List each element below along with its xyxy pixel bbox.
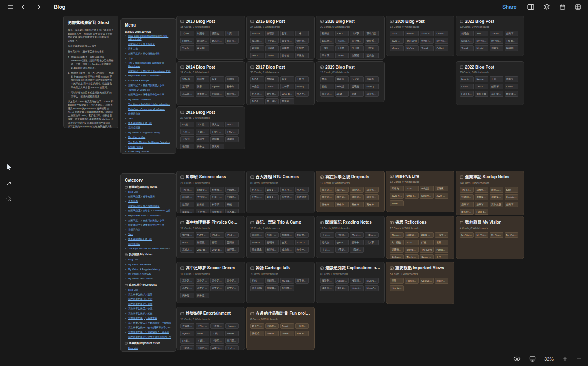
card-chip[interactable]: First week in NEHS (180, 38, 194, 44)
card-link[interactable]: Turning 24 years old! (125, 88, 172, 91)
card-chip[interactable]: 隨產品開發長大 (490, 187, 503, 193)
card-chip[interactable]: 住院醫師的一天 (350, 53, 364, 58)
card-chip[interactable]: 五月天諾亞方舟 (180, 84, 194, 89)
card-link[interactable]: 創業筆記(三): 在矽谷 Y Combinator 之前 (125, 209, 172, 212)
card-chip[interactable]: Agents of S.H.I.E.L.D. (180, 331, 194, 336)
card-chip[interactable]: 寫在休學之後(序) (335, 202, 349, 207)
menu-card[interactable]: Menu Startup 2020/12~nowHow to do resear… (120, 18, 176, 154)
whiteboard-card-dropouts[interactable]: 寫在休學之後 Dropouts12 Cards, 0 Whiteboards寫在… (316, 171, 385, 212)
card-chip[interactable]: 台東、綠島之旅 (265, 232, 279, 238)
card-chip[interactable]: The reason that I write (225, 38, 239, 44)
card-chip[interactable]: My Vision: A Forgotten History (475, 232, 489, 238)
card-chip[interactable]: 基礎科目 (210, 209, 224, 213)
card-chip[interactable]: My Vision: Heptabase (490, 38, 503, 44)
card-chip[interactable]: 單車環島-第二天 (320, 53, 334, 58)
card-chip[interactable]: 台大游泳課 (280, 194, 294, 200)
card-chip[interactable]: 2020 Mid-year Review (390, 31, 404, 36)
whiteboard-card-2017[interactable]: 2017 Blog Post20 Cards, 0 Whiteboards105… (246, 61, 315, 105)
card-chip[interactable]: 〝讀書品味〞 (335, 232, 349, 238)
card-chip[interactable]: 台大游泳課 (250, 91, 264, 97)
card-chip[interactable]: 《Deep Learning》筆記 (335, 53, 349, 58)
card-chip[interactable]: 2020 Mid-year Reflection (390, 38, 404, 44)
card-link[interactable]: 寫在休學之後(三): 品味重要 (125, 317, 172, 320)
card-chip[interactable]: 新家-實驗室 (196, 84, 209, 89)
card-link[interactable]: The 3-step knowledge workflow in Heptaba… (125, 61, 172, 68)
card-chip[interactable]: My Vision: The Context (460, 232, 474, 238)
whiteboard-card-2021[interactable]: 2021 Blog Post13 Cards, 0 Whiteboards精選品… (456, 16, 524, 56)
card-chip[interactable]: 高中母校的演講 (350, 38, 364, 44)
card-chip[interactable]: 2018 (335, 91, 349, 97)
card-link[interactable]: 寫在休學之後(八): 設簡 (125, 293, 172, 296)
card-chip[interactable]: 寫在休學之後(八) (320, 187, 334, 193)
card-chip[interactable]: MERN Stack 自架網站 (365, 278, 379, 284)
card-chip[interactable]: Sneak Peek 2 (280, 331, 294, 336)
card-chip[interactable]: 《我的危險妻子》 (335, 38, 349, 44)
card-link[interactable]: 寫在休學之後(一~七): 精選輯和文章Q&A (125, 326, 172, 329)
card-chip[interactable]: 台大法律課程 (250, 187, 264, 193)
card-chip[interactable]: 2020 New Year Resolution (390, 193, 404, 199)
card-chip[interactable]: 打工換宿的日子 (350, 45, 364, 51)
card-link[interactable]: 創業筆記(五): 種子輪募資 (125, 195, 172, 198)
card-link[interactable]: Blog Link (125, 288, 172, 291)
whiteboard-card-vision[interactable]: 我的願景 My Vision4 Cards, 0 WhiteboardsMy V… (456, 216, 524, 259)
card-chip[interactable]: The Right Mindset for Startup Founders (460, 187, 474, 193)
card-link[interactable]: Blog Link (125, 190, 172, 193)
whiteboard-card-garbage[interactable]: 幹話 Garbage talk7 Cards, 0 Whiteboards打鐵回… (246, 262, 315, 303)
card-chip[interactable]: 一段年度省思 (435, 232, 449, 238)
card-chip[interactable]: 智慧鐵人創意競賽 (225, 91, 239, 97)
card-chip[interactable]: 生醫電資所見聞 (196, 194, 209, 200)
card-chip[interactable]: 《 棋魂 》 (180, 129, 194, 135)
card-link[interactable]: 寫在休學之後(四): 紀錄 (125, 312, 172, 315)
card-chip[interactable]: Sam (475, 31, 489, 36)
card-chip[interactable]: 生醫電資所見聞 (265, 76, 279, 82)
whiteboard-card-entertainment[interactable]: 娛樂點評 Entertainment17 Cards, 0 Whiteboard… (176, 307, 245, 350)
whiteboard-card-minerva[interactable]: Minerva Life12 Cards, 0 Whiteboards四海為家的… (386, 171, 454, 212)
card-link[interactable]: 資本主義 (125, 47, 172, 50)
card-chip[interactable]: 顏回陋巷簞食瓢飲 (180, 194, 194, 200)
card-chip[interactable]: My Vision: The Context (405, 45, 419, 51)
card-chip[interactable]: TYPF 物理學術營 (210, 129, 224, 135)
card-chip[interactable]: 一課十萬的教訓 (320, 45, 334, 51)
card-chip[interactable]: 《The Hovercraft》 (196, 323, 209, 329)
card-chip[interactable]: 物理奧林匹亞的終點 (265, 31, 279, 36)
card-chip[interactable]: How to do research with modern note-taki… (390, 285, 404, 291)
whiteboard-card-2022[interactable]: 2022 Blog Post15 Cards, 0 WhiteboardsHow… (456, 61, 524, 105)
card-chip[interactable]: 高中足球夢(二) (196, 278, 209, 284)
card-chip[interactable]: 台大社會學課程 (280, 187, 294, 193)
card-chip[interactable]: 《不能說的秘密》 (265, 38, 279, 44)
card-chip[interactable]: 顏回陋巷簞食瓢飲 (196, 38, 209, 44)
card-chip[interactable]: 籃球、足球與我 (280, 31, 294, 36)
card-chip[interactable]: 物理奧林匹亞的終點 (180, 232, 194, 238)
card-chip[interactable]: 寫在休學之後(三) (365, 91, 379, 97)
card-chip[interactable]: The biggest bullshit (505, 38, 519, 44)
card-chip[interactable]: @Priceless moments (405, 247, 419, 253)
whiteboard-card-2019[interactable]: 2019 Blog Post15 Cards, 0 Whiteboards世界寫… (316, 61, 385, 102)
card-chip[interactable]: 成功嶺上的日子 (280, 247, 294, 253)
category-card[interactable]: Category 創業筆記 Startup NotesBlog Link創業筆記… (120, 173, 176, 352)
card-link[interactable]: My Vision: A Forgotten History (125, 131, 172, 134)
card-link[interactable]: 寫在休學之後(序): 從雙主修到休學的一年 (125, 335, 172, 339)
cursor-tool-icon[interactable] (6, 164, 13, 171)
card-chip[interactable]: 105-2 台大課程回顧 (250, 98, 264, 104)
card-chip[interactable]: 2020 Mid-year Reflection (435, 193, 449, 199)
whiteboard-card-2018[interactable]: 2018 Blog Post20 Cards, 0 Whiteboards騎腳踏… (316, 16, 385, 60)
card-chip[interactable]: 《 超脫 》觀後感 (196, 129, 209, 135)
card-link[interactable]: Heptabase Joins Y Combinator (125, 214, 172, 217)
card-chip[interactable]: IPhO 物理奧匹選訓 (225, 129, 239, 135)
card-link[interactable]: 寫在休學之後(二): 不斷地思考、不斷地寫 (125, 321, 172, 324)
zoom-out-icon[interactable] (576, 356, 581, 362)
card-chip[interactable]: First week in NEHS (196, 187, 209, 193)
card-chip[interactable]: The Devil (420, 247, 434, 253)
card-chip[interactable]: 五月天諾亞方舟 (225, 338, 239, 344)
card-chip[interactable]: 高中交流社團 (196, 144, 209, 149)
card-link[interactable]: 創業筆記(二): 在南灣創業的大小事 (125, 84, 172, 87)
card-link[interactable]: 資本主義 (125, 200, 172, 203)
card-chip[interactable]: 高中足球夢(五) (180, 285, 194, 291)
card-chip[interactable]: 嘉明湖-那座山 (265, 240, 279, 245)
card-chip[interactable]: The reason that I write (390, 232, 404, 238)
card-chip[interactable]: 台東、綠島之旅 (210, 76, 224, 82)
card-chip[interactable]: 創業筆記(二) (505, 202, 519, 207)
card-chip[interactable]: 淺談演算法 (350, 278, 364, 284)
search-icon[interactable] (6, 196, 13, 202)
card-chip[interactable]: 在台期間感想 (196, 45, 209, 51)
